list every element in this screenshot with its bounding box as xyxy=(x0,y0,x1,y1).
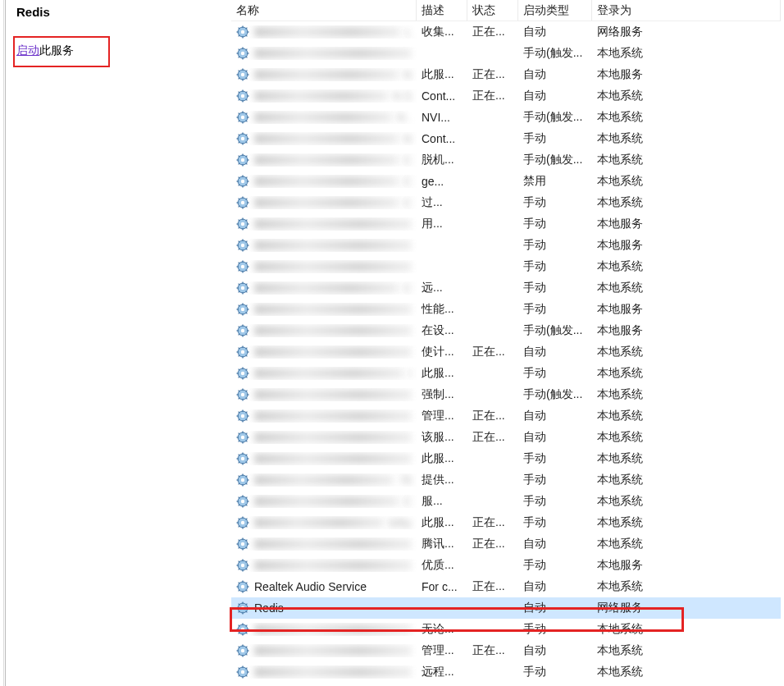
service-row[interactable]: 管理...正在...自动本地系统 xyxy=(231,640,781,661)
cell-desc: 此服... xyxy=(417,67,467,82)
service-row[interactable]: C过...手动本地系统 xyxy=(231,192,781,213)
cell-name: L xyxy=(231,25,417,39)
header-logon-as[interactable]: 登录为 xyxy=(592,0,781,21)
service-row[interactable]: 在设...手动(触发...本地服务 xyxy=(231,320,781,341)
cell-startup: 手动(触发... xyxy=(518,153,592,167)
service-row[interactable]: bility此服...正在...手动本地系统 xyxy=(231,512,781,533)
service-row[interactable]: N SCont...正在...自动本地系统 xyxy=(231,85,781,107)
service-row[interactable]: C服...手动本地系统 xyxy=(231,491,781,512)
service-row[interactable]: 使计...正在...自动本地系统 xyxy=(231,341,781,363)
service-row[interactable]: NCont...手动本地系统 xyxy=(231,128,781,149)
header-description[interactable]: 描述 xyxy=(417,0,467,21)
service-row[interactable]: 管理...正在...自动本地系统 xyxy=(231,405,781,427)
cell-logon: 本地系统 xyxy=(592,195,781,210)
cell-startup: 自动 xyxy=(518,643,592,658)
cell-desc: 远... xyxy=(417,281,467,295)
service-icon xyxy=(236,260,249,273)
cell-logon: 本地系统 xyxy=(592,89,781,103)
cell-startup: 自动 xyxy=(518,601,592,615)
cell-logon: 本地服务 xyxy=(592,302,781,317)
cell-name: C xyxy=(231,281,417,295)
cell-startup: 自动 xyxy=(518,345,592,359)
header-status[interactable]: 状态 xyxy=(467,0,518,21)
column-headers: 名称 描述 状态 启动类型 登录为 xyxy=(231,0,781,21)
service-row[interactable]: 该服...正在...自动本地系统 xyxy=(231,427,781,448)
cell-startup: 手动 xyxy=(518,473,592,487)
service-row[interactable]: C脱机...手动(触发...本地系统 xyxy=(231,149,781,171)
svg-point-301 xyxy=(241,670,244,674)
cell-startup: 自动 xyxy=(518,67,592,82)
svg-point-91 xyxy=(241,222,244,226)
cell-startup: 手动 xyxy=(518,259,592,274)
cell-desc: ge... xyxy=(417,175,467,188)
cell-logon: 本地系统 xyxy=(592,665,781,679)
cell-startup: 自动 xyxy=(518,430,592,445)
cell-logon: 本地系统 xyxy=(592,579,781,594)
service-row[interactable]: C远...手动本地系统 xyxy=(231,277,781,299)
svg-point-121 xyxy=(241,286,244,290)
service-row[interactable]: 用...手动本地服务 xyxy=(231,213,781,235)
details-pane: Redis 启动此服务 xyxy=(10,0,231,686)
cell-logon: 本地系统 xyxy=(592,153,781,167)
header-name[interactable]: 名称 xyxy=(231,0,417,21)
cell-name: N S xyxy=(231,89,417,103)
svg-point-111 xyxy=(241,265,244,268)
service-row[interactable]: 76提供...手动本地系统 xyxy=(231,469,781,491)
header-startup-type[interactable]: 启动类型 xyxy=(518,0,592,21)
service-icon xyxy=(236,89,249,103)
service-row[interactable]: 手动本地系统 xyxy=(231,256,781,277)
service-icon xyxy=(236,111,249,124)
svg-point-251 xyxy=(241,564,244,567)
service-row[interactable]: N .NVI...手动(触发...本地系统 xyxy=(231,107,781,128)
cell-name xyxy=(231,665,417,679)
cell-startup: 手动 xyxy=(518,217,592,231)
cell-status: 正在... xyxy=(467,25,518,39)
cell-desc: 过... xyxy=(417,195,467,210)
service-icon xyxy=(236,473,249,487)
service-icon xyxy=(236,559,249,572)
service-row[interactable]: 无论...手动本地系统 xyxy=(231,619,781,640)
service-icon xyxy=(236,68,249,81)
cell-logon: 本地服务 xyxy=(592,323,781,338)
service-icon xyxy=(236,196,249,209)
cell-name xyxy=(231,559,417,572)
service-row[interactable]: 远程...手动本地系统 xyxy=(231,661,781,683)
cell-logon: 本地系统 xyxy=(592,281,781,295)
cell-status: 正在... xyxy=(467,579,518,594)
service-row[interactable]: Cge...禁用本地系统 xyxy=(231,171,781,192)
svg-point-161 xyxy=(241,372,244,375)
service-row[interactable]: N此服...正在...自动本地服务 xyxy=(231,64,781,85)
cell-logon: 本地系统 xyxy=(592,515,781,530)
cell-name xyxy=(231,452,417,465)
cell-status: 正在... xyxy=(467,430,518,445)
service-row[interactable]: I此服...手动本地系统 xyxy=(231,363,781,384)
cell-startup: 手动 xyxy=(518,665,592,679)
cell-name xyxy=(231,47,417,60)
cell-desc: 优质... xyxy=(417,558,467,573)
cell-startup: 手动 xyxy=(518,238,592,253)
service-row[interactable]: 优质...手动本地服务 xyxy=(231,555,781,576)
svg-point-81 xyxy=(241,201,244,204)
cell-name xyxy=(231,537,417,551)
cell-name xyxy=(231,324,417,337)
cell-name xyxy=(231,345,417,359)
cell-name xyxy=(231,260,417,273)
service-row[interactable]: 强制...手动(触发...本地系统 xyxy=(231,384,781,405)
service-row[interactable]: 此服...手动本地系统 xyxy=(231,448,781,469)
svg-point-261 xyxy=(241,585,244,588)
service-row[interactable]: 腾讯...正在...自动本地系统 xyxy=(231,533,781,555)
svg-point-291 xyxy=(241,649,244,652)
service-row-redis[interactable]: Redis自动网络服务 xyxy=(231,597,781,619)
service-row[interactable]: 手动本地服务 xyxy=(231,235,781,256)
service-row[interactable]: 手动(触发...本地系统 xyxy=(231,43,781,64)
cell-name: 76 xyxy=(231,473,417,487)
cell-logon: 本地系统 xyxy=(592,46,781,61)
cell-logon: 本地服务 xyxy=(592,67,781,82)
service-row-realtek-audio-service[interactable]: Realtek Audio ServiceFor c...正在...自动本地系统 xyxy=(231,576,781,597)
service-row[interactable]: L收集...正在...自动网络服务 xyxy=(231,21,781,43)
svg-point-211 xyxy=(241,478,244,482)
service-row[interactable]: 性能...手动本地服务 xyxy=(231,299,781,320)
cell-desc: 无论... xyxy=(417,622,467,637)
services-list[interactable]: 名称 描述 状态 启动类型 登录为 L收集...正在...自动网络服务手动(触发… xyxy=(231,0,781,686)
start-service-link[interactable]: 启动 xyxy=(16,43,39,57)
